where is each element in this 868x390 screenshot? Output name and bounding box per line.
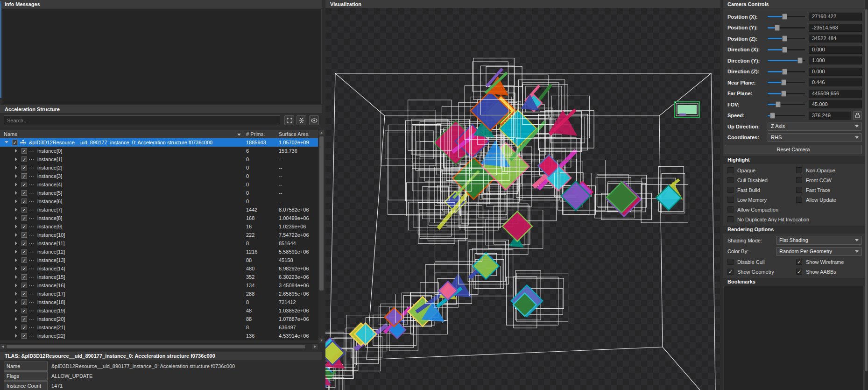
- checkbox[interactable]: ✓: [796, 197, 802, 203]
- slider-value-field[interactable]: -23514.563: [809, 24, 862, 32]
- slider-value-field[interactable]: 445509.656: [809, 90, 862, 98]
- expander-collapsed-icon[interactable]: [15, 326, 17, 329]
- scroll-down-arrow[interactable]: ▼: [318, 338, 325, 343]
- tree-row-instance[interactable]: ✓ ⋯ instance[12] 1216 5.58591e+06: [0, 248, 318, 256]
- slider-thumb[interactable]: [781, 79, 786, 85]
- expand-all-button[interactable]: [284, 115, 294, 125]
- color-by-select[interactable]: Random Per Geometry: [776, 247, 862, 256]
- expander-collapsed-icon[interactable]: [15, 157, 17, 161]
- tree-row-instance[interactable]: ✓ ⋯ instance[15] 352 6.30223e+06: [0, 273, 318, 281]
- tree-row-instance[interactable]: ✓ ⋯ instance[20] 88 1.07887e+06: [0, 315, 318, 323]
- row-checkbox[interactable]: ✓: [21, 148, 27, 154]
- tree-row-instance[interactable]: ✓ ⋯ instance[14] 480 6.98292e+06: [0, 264, 318, 273]
- column-header-prims[interactable]: # Prims.: [246, 130, 265, 138]
- checkbox[interactable]: ✓: [796, 269, 802, 275]
- tree-row-instance[interactable]: ✓ ⋯ instance[16] 134 3.45084e+06: [0, 281, 318, 290]
- checkbox-item[interactable]: ✓ Cull Disabled: [727, 177, 796, 183]
- acceleration-structure-tree[interactable]: ✓ &pID3D12Resource__uid_890177_instance_…: [0, 138, 318, 340]
- scrollbar-thumb[interactable]: [7, 345, 305, 348]
- tree-row-instance[interactable]: ✓ ⋯ instance[9] 16 1.0239e+06: [0, 222, 318, 231]
- row-checkbox[interactable]: ✓: [21, 232, 27, 238]
- row-checkbox[interactable]: ✓: [21, 299, 27, 305]
- row-checkbox[interactable]: ✓: [21, 266, 27, 271]
- tree-row-instance[interactable]: ✓ ⋯ instance[3] 0 --: [0, 172, 318, 180]
- slider-track[interactable]: [768, 25, 805, 31]
- expander-collapsed-icon[interactable]: [15, 300, 17, 304]
- tree-row-instance[interactable]: ✓ ⋯ instance[4] 0 --: [0, 180, 318, 189]
- viewport-3d[interactable]: [325, 8, 720, 390]
- slider-thumb[interactable]: [781, 91, 786, 97]
- checkbox-item[interactable]: ✓ Show Geometry: [727, 269, 796, 275]
- expander-collapsed-icon[interactable]: [15, 225, 17, 228]
- scroll-right-arrow[interactable]: ▶: [312, 344, 318, 349]
- row-checkbox[interactable]: ✓: [12, 140, 18, 145]
- checkbox[interactable]: ✓: [727, 197, 734, 203]
- checkbox-item[interactable]: ✓ Show AABBs: [796, 269, 865, 275]
- tree-row-instance[interactable]: ✓ ⋯ instance[2] 0 --: [0, 163, 318, 172]
- checkbox[interactable]: ✓: [796, 177, 802, 183]
- tree-row-instance[interactable]: ✓ ⋯ instance[18] 8 721412: [0, 298, 318, 306]
- expander-collapsed-icon[interactable]: [15, 241, 17, 245]
- checkbox[interactable]: ✓: [796, 167, 802, 173]
- checkbox-item[interactable]: ✓ Front CCW: [796, 177, 865, 183]
- checkbox-item[interactable]: ✓ Allow Compaction: [727, 206, 815, 213]
- expander-collapsed-icon[interactable]: [15, 317, 17, 321]
- tree-row-instance[interactable]: ✓ ⋯ instance[10] 222 7.54722e+06: [0, 231, 318, 239]
- expander-expanded-icon[interactable]: [5, 141, 8, 143]
- row-checkbox[interactable]: ✓: [21, 333, 27, 339]
- slider-value-field[interactable]: 0.446: [809, 78, 862, 86]
- slider-track[interactable]: [768, 101, 805, 107]
- bookmarks-list[interactable]: [724, 286, 864, 390]
- checkbox-item[interactable]: ✓ No Duplicate Any Hit Invocation: [727, 216, 815, 222]
- scroll-up-arrow[interactable]: ▲: [318, 130, 325, 135]
- row-checkbox[interactable]: ✓: [21, 249, 27, 255]
- expander-collapsed-icon[interactable]: [15, 250, 17, 254]
- checkbox-item[interactable]: ✓ Allow Update: [796, 197, 865, 203]
- toggle-visibility-button[interactable]: [309, 115, 319, 125]
- scrollbar-thumb[interactable]: [319, 136, 324, 291]
- slider-thumb[interactable]: [782, 14, 787, 20]
- tree-table-header[interactable]: Name # Prims. Surface Area: [0, 130, 318, 138]
- expander-collapsed-icon[interactable]: [15, 191, 17, 195]
- speed-lock-button[interactable]: [853, 111, 862, 120]
- slider-thumb[interactable]: [782, 69, 787, 75]
- tree-row-instance[interactable]: ✓ ⋯ instance[13] 88 45158: [0, 256, 318, 264]
- slider-track[interactable]: [768, 79, 805, 85]
- slider-value-field[interactable]: 27160.422: [809, 13, 862, 21]
- expander-collapsed-icon[interactable]: [15, 233, 17, 237]
- tree-row-instance[interactable]: ✓ ⋯ instance[22] 136 4.53914e+06: [0, 332, 318, 340]
- slider-value-field[interactable]: 0.000: [809, 46, 862, 54]
- row-checkbox[interactable]: ✓: [21, 190, 27, 196]
- checkbox[interactable]: ✓: [727, 206, 734, 213]
- expander-collapsed-icon[interactable]: [15, 166, 17, 170]
- checkbox-item[interactable]: ✓ Show Wireframe: [796, 259, 865, 265]
- shading-mode-select[interactable]: Flat Shading: [776, 236, 862, 245]
- slider-track[interactable]: [768, 69, 805, 75]
- checkbox-item[interactable]: ✓ Low Memory: [727, 197, 796, 203]
- row-checkbox[interactable]: ✓: [21, 274, 27, 280]
- slider-track[interactable]: [768, 47, 805, 53]
- slider-thumb[interactable]: [797, 57, 803, 64]
- search-input[interactable]: [4, 115, 280, 125]
- scroll-left-arrow[interactable]: ◀: [0, 344, 6, 349]
- slider-track[interactable]: [768, 113, 805, 119]
- tree-row-instance[interactable]: ✓ ⋯ instance[11] 8 851644: [0, 239, 318, 248]
- checkbox[interactable]: ✓: [727, 269, 734, 275]
- slider-track[interactable]: [768, 14, 805, 20]
- tree-row-instance[interactable]: ✓ ⋯ instance[6] 0 --: [0, 197, 318, 206]
- expander-collapsed-icon[interactable]: [15, 334, 17, 338]
- expander-collapsed-icon[interactable]: [15, 258, 17, 262]
- tree-row-instance[interactable]: ✓ ⋯ instance[5] 0 --: [0, 189, 318, 197]
- collapse-all-button[interactable]: [296, 115, 306, 125]
- slider-value-field[interactable]: 34522.484: [809, 35, 862, 43]
- checkbox[interactable]: ✓: [796, 259, 802, 265]
- expander-collapsed-icon[interactable]: [15, 149, 17, 153]
- expander-collapsed-icon[interactable]: [15, 216, 17, 220]
- column-header-surface-area[interactable]: Surface Area: [279, 130, 309, 138]
- slider-track[interactable]: [768, 91, 805, 97]
- tree-row-instance[interactable]: ✓ ⋯ instance[1] 0 --: [0, 155, 318, 163]
- expander-collapsed-icon[interactable]: [15, 284, 17, 287]
- tree-vertical-scrollbar[interactable]: ▲ ▼: [318, 130, 324, 343]
- row-checkbox[interactable]: ✓: [21, 199, 27, 204]
- checkbox[interactable]: ✓: [796, 187, 802, 193]
